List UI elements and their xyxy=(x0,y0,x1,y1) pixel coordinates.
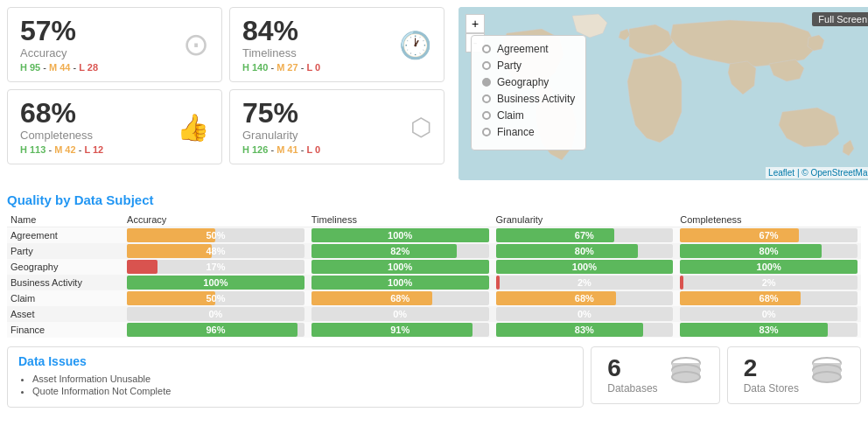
timeliness-hml: H 140 - M 27 - L 0 xyxy=(242,62,320,73)
accuracy-hml: H 95 - M 44 - L 28 xyxy=(20,62,98,73)
legend-dot-agreement xyxy=(482,45,491,53)
row-accuracy: 17% xyxy=(123,259,308,275)
databases-stat-card: 6 Databases xyxy=(591,346,719,404)
row-completeness: 68% xyxy=(676,290,861,306)
row-accuracy: 100% xyxy=(123,275,308,290)
legend-label-party: Party xyxy=(497,59,522,72)
data-issue-item: Quote Information Not Complete xyxy=(32,386,572,396)
data-issues-list: Asset Information UnusableQuote Informat… xyxy=(18,374,572,396)
row-accuracy: 96% xyxy=(123,322,308,338)
timeliness-label: Timeliness xyxy=(242,46,320,59)
row-timeliness: 100% xyxy=(308,259,493,275)
accuracy-card: 57% Accuracy H 95 - M 44 - L 28 ⊙ xyxy=(7,7,222,82)
timeliness-value: 84% xyxy=(242,17,320,45)
table-header-row: Name Accuracy Timeliness Granularity Com… xyxy=(7,213,861,227)
bottom-section: Data Issues Asset Information UnusableQu… xyxy=(0,341,868,413)
row-accuracy: 0% xyxy=(123,306,308,322)
data-stores-stat-card: 2 Data Stores xyxy=(727,346,861,404)
row-completeness: 100% xyxy=(676,259,861,275)
legend-item-agreement[interactable]: Agreement xyxy=(482,43,575,55)
row-granularity: 100% xyxy=(493,259,677,275)
row-name-finance: Finance xyxy=(7,322,123,338)
row-name-asset: Asset xyxy=(7,306,123,322)
col-header-granularity: Granularity xyxy=(493,213,677,227)
svg-point-5 xyxy=(672,372,700,382)
data-stores-number: 2 xyxy=(744,356,799,381)
col-header-timeliness: Timeliness xyxy=(308,213,493,227)
database-icon xyxy=(668,354,704,396)
legend-item-geography[interactable]: Geography xyxy=(482,76,575,88)
row-completeness: 83% xyxy=(676,322,861,338)
row-name-business-activity: Business Activity xyxy=(7,275,123,290)
row-completeness: 2% xyxy=(676,275,861,290)
granularity-value: 75% xyxy=(242,99,320,127)
data-issues-title: Data Issues xyxy=(18,354,572,368)
row-completeness: 0% xyxy=(676,306,861,322)
legend-dot-business-activity xyxy=(482,94,491,103)
table-row: Business Activity100%100%2%2% xyxy=(7,275,861,290)
fullscreen-button[interactable]: Full Screen xyxy=(812,12,868,26)
row-completeness: 80% xyxy=(676,243,861,259)
data-stores-icon xyxy=(809,354,844,396)
quality-title: Quality by Data Subject xyxy=(7,192,861,207)
row-timeliness: 82% xyxy=(308,243,493,259)
granularity-label: Granularity xyxy=(242,129,320,142)
zoom-in-button[interactable]: + xyxy=(466,14,485,33)
legend-label-agreement: Agreement xyxy=(497,43,549,55)
legend-item-finance[interactable]: Finance xyxy=(482,126,575,138)
timeliness-icon: 🕐 xyxy=(399,30,431,60)
top-area: 57% Accuracy H 95 - M 44 - L 28 ⊙ 84% Ti… xyxy=(0,0,868,187)
legend-label-business-activity: Business Activity xyxy=(497,93,575,105)
completeness-icon: 👍 xyxy=(177,112,209,143)
row-name-party: Party xyxy=(7,243,123,259)
col-header-accuracy: Accuracy xyxy=(123,213,308,227)
granularity-icon: ⬡ xyxy=(410,113,431,142)
col-header-completeness: Completeness xyxy=(676,213,861,227)
row-accuracy: 50% xyxy=(123,290,308,306)
row-timeliness: 100% xyxy=(308,227,493,244)
legend-dot-claim xyxy=(482,111,491,120)
row-accuracy: 50% xyxy=(123,227,308,244)
legend-dot-finance xyxy=(482,128,491,136)
data-issues-panel: Data Issues Asset Information UnusableQu… xyxy=(7,346,584,408)
row-name-geography: Geography xyxy=(7,259,123,275)
table-row: Asset0%0%0%0% xyxy=(7,306,861,322)
legend-label-finance: Finance xyxy=(497,126,535,138)
completeness-card: 68% Completeness H 113 - M 42 - L 12 👍 xyxy=(7,89,222,164)
map-attribution[interactable]: Leaflet | © OpenStreetMap xyxy=(766,167,868,178)
row-granularity: 0% xyxy=(493,306,677,322)
legend-label-claim: Claim xyxy=(497,109,524,122)
map-legend: Agreement Party Geography Business Activ… xyxy=(471,35,586,150)
data-stores-label: Data Stores xyxy=(744,382,799,395)
completeness-label: Completeness xyxy=(20,129,103,142)
timeliness-card: 84% Timeliness H 140 - M 27 - L 0 🕐 xyxy=(229,7,444,82)
map-area: Full Screen + - Agreement Party Geograph… xyxy=(458,7,868,180)
row-granularity: 67% xyxy=(493,227,677,244)
completeness-hml: H 113 - M 42 - L 12 xyxy=(20,144,103,155)
granularity-card: 75% Granularity H 126 - M 41 - L 0 ⬡ xyxy=(229,89,444,164)
legend-item-claim[interactable]: Claim xyxy=(482,109,575,122)
row-granularity: 83% xyxy=(493,322,677,338)
accuracy-label: Accuracy xyxy=(20,46,98,59)
table-row: Claim50%68%68%68% xyxy=(7,290,861,306)
quality-table: Name Accuracy Timeliness Granularity Com… xyxy=(7,213,861,338)
row-granularity: 68% xyxy=(493,290,677,306)
row-granularity: 80% xyxy=(493,243,677,259)
svg-point-10 xyxy=(813,372,841,382)
row-timeliness: 91% xyxy=(308,322,493,338)
legend-item-party[interactable]: Party xyxy=(482,59,575,72)
accuracy-value: 57% xyxy=(20,17,98,45)
accuracy-icon: ⊙ xyxy=(183,26,209,63)
table-row: Party48%82%80%80% xyxy=(7,243,861,259)
row-accuracy: 48% xyxy=(123,243,308,259)
legend-item-business-activity[interactable]: Business Activity xyxy=(482,93,575,105)
data-issue-item: Asset Information Unusable xyxy=(32,374,572,384)
col-header-name: Name xyxy=(7,213,123,227)
databases-label: Databases xyxy=(607,382,657,395)
row-timeliness: 0% xyxy=(308,306,493,322)
table-row: Finance96%91%83%83% xyxy=(7,322,861,338)
row-timeliness: 68% xyxy=(308,290,493,306)
row-name-agreement: Agreement xyxy=(7,227,123,244)
row-granularity: 2% xyxy=(493,275,677,290)
quality-section: Quality by Data Subject Name Accuracy Ti… xyxy=(0,187,868,341)
